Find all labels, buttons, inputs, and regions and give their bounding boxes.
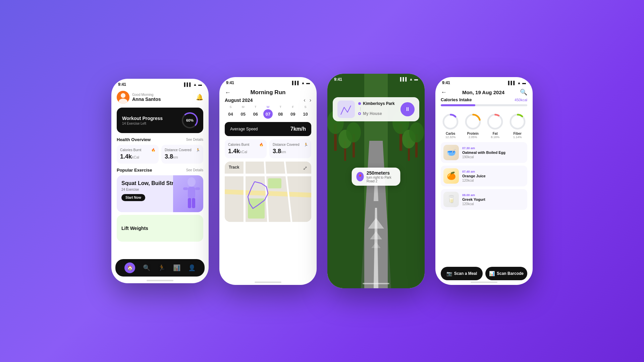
stat-distance-value: 3.8 — [273, 148, 281, 155]
track-expand-icon[interactable]: ⤢ — [303, 165, 307, 171]
calories-label: Calories Burnt — [120, 148, 141, 152]
meal-item[interactable]: 🥣 07.30 am Oatmeal with Boiled Egg 190kc… — [441, 142, 527, 163]
progress-percent: 60% — [186, 118, 194, 122]
nav-profile[interactable]: 👤 — [188, 264, 196, 272]
exercise-section-header: Popular Exercise See Details — [117, 168, 203, 173]
bottom-nav-1: 🏠 🔍 🏃 📊 👤 — [115, 259, 205, 277]
health-see-details[interactable]: See Details — [186, 138, 203, 141]
nav-fitness[interactable]: 🏃 — [158, 264, 165, 272]
calendar-month: August 2024 — [225, 98, 253, 103]
bottom-actions: 📷 Scan a Meal 📊 Scan Barcode — [441, 264, 527, 282]
meal-name: Greek Yogurt — [462, 197, 525, 201]
calendar-day[interactable]: W07 — [262, 105, 274, 119]
status-bar-3: 9:41 ▌▌▌ ▲ ▬ — [327, 74, 425, 83]
scan-barcode-button[interactable]: 📊 Scan Barcode — [485, 267, 527, 280]
p4-header: ← Mon, 19 Aug 2024 🔍 — [441, 86, 527, 97]
macro-name: Fiber — [508, 132, 528, 135]
svg-point-1 — [121, 93, 125, 98]
exercise-title: Popular Exercise — [117, 168, 152, 173]
greeting-text: Good Morning — [132, 93, 161, 97]
stats-grid-2: Calories Burnt 🔥 1.4kkCal Distance Cover… — [225, 139, 311, 158]
arrow-up-sm-icon — [370, 231, 382, 239]
distance-sub: turn right to Park Road 2 — [367, 176, 396, 183]
meal-item[interactable]: 🍊 07.40 am Orange Juice 120kcal — [441, 166, 527, 186]
destination-name: Kimberloys Park — [363, 101, 395, 106]
meal-calories: 190kcal — [462, 155, 525, 159]
calendar-day[interactable]: S10 — [300, 105, 311, 119]
meal-image: 🍊 — [443, 168, 459, 184]
dest-dot-1 — [358, 102, 361, 105]
macro-card: Carbs 12.32% — [441, 113, 461, 139]
calories-value: 1.4k — [120, 153, 132, 160]
time-4: 9:41 — [442, 80, 450, 85]
meal-time: 08.00 am — [462, 193, 525, 197]
speed-value: 7km/h — [290, 126, 306, 132]
calendar-day[interactable]: S04 — [225, 105, 236, 119]
calendar-day[interactable]: F09 — [287, 105, 299, 119]
calendar-day[interactable]: T06 — [250, 105, 261, 119]
distance-value: 3.8 — [165, 153, 173, 160]
stat-calories: Calories Burnt 🔥 1.4kkCal — [225, 139, 267, 158]
svg-point-31 — [346, 122, 361, 142]
back-button-2[interactable]: ← — [225, 89, 231, 96]
svg-point-40 — [488, 115, 502, 129]
stat-distance-label: Distance Covered — [273, 143, 299, 146]
calories-total: 450kcal — [515, 98, 527, 102]
exercise-see-details[interactable]: See Details — [186, 168, 203, 172]
scan-barcode-label: Scan Barcode — [497, 271, 524, 276]
distance-bubble: 📍 250meters turn right to Park Road 2 — [352, 168, 400, 186]
meal-item[interactable]: 🥛 08.00 am Greek Yogurt 120kcal — [441, 189, 527, 210]
exercise-figure — [173, 175, 203, 212]
health-section-header: Health Overview See Details — [117, 137, 203, 142]
pause-button[interactable]: ⏸ — [400, 102, 415, 116]
calories-bar — [441, 104, 527, 106]
scan-meal-button[interactable]: 📷 Scan a Meal — [441, 267, 483, 280]
meal-image: 🥛 — [443, 192, 459, 207]
meal-list: 🥣 07.30 am Oatmeal with Boiled Egg 190kc… — [441, 142, 527, 264]
calendar-section: August 2024 ‹ › S04M05T06W07T08F09S10 — [225, 97, 311, 119]
distance-unit: km — [173, 155, 178, 159]
nav-destinations: Kimberloys Park My House — [358, 101, 397, 117]
search-icon-4[interactable]: 🔍 — [520, 88, 527, 96]
cal-prev[interactable]: ‹ — [304, 97, 305, 103]
nav-search[interactable]: 🔍 — [143, 264, 150, 272]
scan-meal-label: Scan a Meal — [454, 271, 477, 276]
macros-grid: Carbs 12.32% Protein 2.05% Fat 8.16% Fib… — [441, 113, 527, 139]
meal-time: 07.40 am — [462, 170, 525, 173]
stat-calories-unit: kCal — [240, 150, 247, 154]
distance-value: 250meters — [367, 170, 396, 176]
svg-rect-4 — [188, 187, 195, 199]
svg-point-34 — [409, 122, 424, 142]
track-section: Track ⤢ — [225, 162, 311, 222]
calories-section: Calories Intake 450kcal — [441, 97, 527, 110]
origin-name: My House — [363, 111, 382, 116]
calendar-day[interactable]: T08 — [275, 105, 286, 119]
cal-next[interactable]: › — [310, 97, 311, 103]
svg-rect-8 — [192, 198, 195, 208]
calendar-day[interactable]: M05 — [237, 105, 249, 119]
bell-icon[interactable]: 🔔 — [196, 94, 203, 101]
status-icons-1: ▌▌▌ ▲ ▬ — [184, 82, 202, 86]
workout-title: Workout Progress — [122, 116, 163, 121]
calories-card: Calories Burnt 🔥 1.4kkCal — [117, 145, 159, 164]
distance-icon: 📍 — [357, 172, 364, 181]
track-label: Track — [229, 165, 239, 170]
scan-barcode-icon: 📊 — [489, 271, 495, 276]
macro-pct: 12.32% — [441, 135, 461, 139]
p2-header: ← Morning Run — [225, 86, 311, 97]
back-button-4[interactable]: ← — [441, 89, 447, 96]
distance-card: Distance Covered 🏃 3.8km — [161, 145, 203, 164]
meal-name: Orange Juice — [462, 174, 525, 178]
scan-meal-icon: 📷 — [446, 271, 452, 276]
nav-stats[interactable]: 📊 — [173, 264, 180, 272]
macro-card: Protein 2.05% — [463, 113, 483, 139]
progress-circle: 60% — [182, 112, 198, 128]
macro-name: Carbs — [441, 132, 461, 135]
status-icons-2: ▌▌▌ ▲ ▬ — [292, 81, 310, 85]
phone-3-inner: 9:41 ▌▌▌ ▲ ▬ Kimberloys Park — [327, 74, 425, 288]
time-2: 9:41 — [226, 80, 234, 85]
health-grid: Calories Burnt 🔥 1.4kkCal Distance Cover… — [117, 145, 203, 164]
start-now-button[interactable]: Start Now — [121, 194, 145, 201]
macro-card: Fiber 1.14% — [508, 113, 528, 139]
nav-home[interactable]: 🏠 — [124, 262, 135, 273]
